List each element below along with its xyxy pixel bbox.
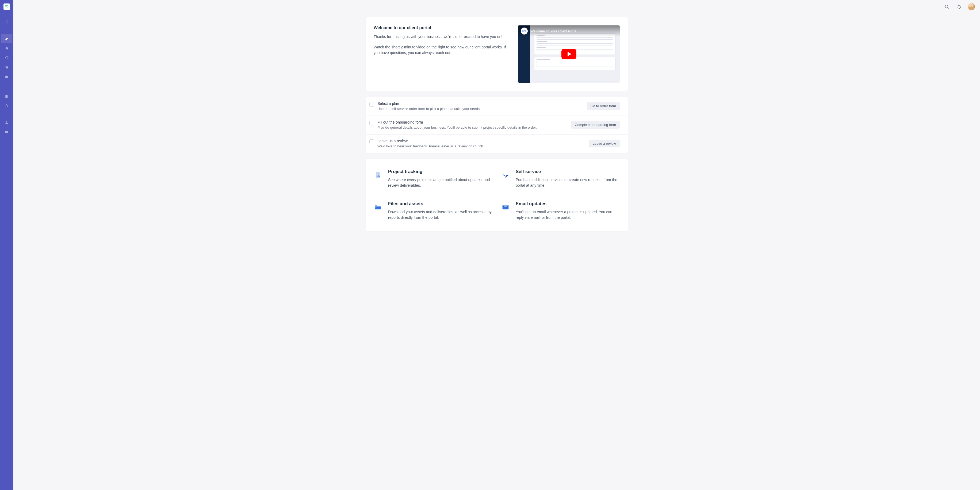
welcome-card: Welcome to our client portal Thanks for … <box>366 18 628 91</box>
nav-files-icon[interactable] <box>0 91 13 101</box>
task-row: Fill out the onboarding form Provide gen… <box>366 116 628 135</box>
nav-home-icon[interactable] <box>0 43 13 53</box>
video-channel-badge: SPP <box>521 27 528 35</box>
play-icon[interactable] <box>562 49 576 59</box>
welcome-para-2: Watch the short 2-minute video on the ri… <box>374 45 508 56</box>
avatar[interactable] <box>968 3 975 10</box>
nav-profile-icon[interactable] <box>0 118 13 127</box>
svg-rect-5 <box>378 175 379 177</box>
svg-rect-4 <box>377 176 378 177</box>
envelope-icon <box>501 203 510 211</box>
folder-open-icon <box>374 203 382 211</box>
svg-rect-6 <box>379 176 380 177</box>
welcome-para-1: Thanks for trusting us with your busines… <box>374 34 508 40</box>
search-icon[interactable] <box>943 3 951 10</box>
video-title: Welcome To Your Client Portal <box>530 29 577 33</box>
feature-text: Purchase additional services or create n… <box>515 177 620 188</box>
content: Welcome to our client portal Thanks for … <box>13 0 980 490</box>
feature-email-updates: Email updates You'll get an email whenev… <box>501 201 620 220</box>
video-embed[interactable]: SPP Welcome To Your Client Portal <box>518 25 620 83</box>
task-title: Fill out the onboarding form <box>377 120 568 124</box>
task-desc: Provide general details about your busin… <box>377 126 568 129</box>
task-checkbox[interactable] <box>369 102 374 107</box>
feature-title: Files and assets <box>388 201 492 207</box>
sprout-icon <box>501 171 510 179</box>
nav-onboarding-icon[interactable] <box>1 34 12 43</box>
task-checkbox[interactable] <box>369 121 374 126</box>
file-chart-icon <box>374 171 382 179</box>
topbar <box>13 0 980 13</box>
nav-chat-icon[interactable] <box>0 72 13 82</box>
go-order-form-button[interactable]: Go to order form <box>587 102 620 110</box>
logo-box[interactable] <box>0 0 13 13</box>
feature-files-assets: Files and assets Download your assets an… <box>374 201 492 220</box>
feature-project-tracking: Project tracking See where every project… <box>374 169 492 188</box>
task-desc: Use our self-service order form to pick … <box>377 107 584 111</box>
welcome-title: Welcome to our client portal <box>374 25 508 30</box>
feature-title: Email updates <box>515 201 620 207</box>
task-row: Leave us a review We'd love to hear your… <box>366 135 628 153</box>
task-title: Leave us a review <box>377 139 586 143</box>
feature-title: Self service <box>515 169 620 174</box>
task-row: Select a plan Use our self-service order… <box>366 97 628 116</box>
nav-billing-icon[interactable] <box>0 127 13 137</box>
task-desc: We'd love to hear your feedback. Please … <box>377 144 586 148</box>
svg-line-3 <box>948 8 948 8</box>
task-list: Select a plan Use our self-service order… <box>366 97 628 153</box>
feature-text: You'll get an email whenever a project i… <box>515 209 620 220</box>
svg-point-2 <box>945 5 948 8</box>
nav-cart-icon[interactable] <box>0 63 13 72</box>
nav-projects-icon[interactable] <box>0 53 13 63</box>
features-card: Project tracking See where every project… <box>366 159 628 231</box>
leave-review-button[interactable]: Leave a review <box>589 140 620 147</box>
svg-rect-0 <box>5 5 8 6</box>
feature-text: Download your assets and deliverables, a… <box>388 209 492 220</box>
logo-icon <box>3 3 10 10</box>
svg-rect-1 <box>5 6 7 7</box>
task-checkbox[interactable] <box>369 139 374 144</box>
nav-login-icon[interactable] <box>0 17 13 27</box>
feature-self-service: Self service Purchase additional service… <box>501 169 620 188</box>
bell-icon[interactable] <box>955 3 963 10</box>
sidebar <box>0 0 13 490</box>
complete-onboarding-button[interactable]: Complete onboarding form <box>571 121 620 129</box>
task-title: Select a plan <box>377 101 584 106</box>
feature-title: Project tracking <box>388 169 492 174</box>
feature-text: See where every project is at, get notif… <box>388 177 492 188</box>
nav-refresh-icon[interactable] <box>0 101 13 111</box>
